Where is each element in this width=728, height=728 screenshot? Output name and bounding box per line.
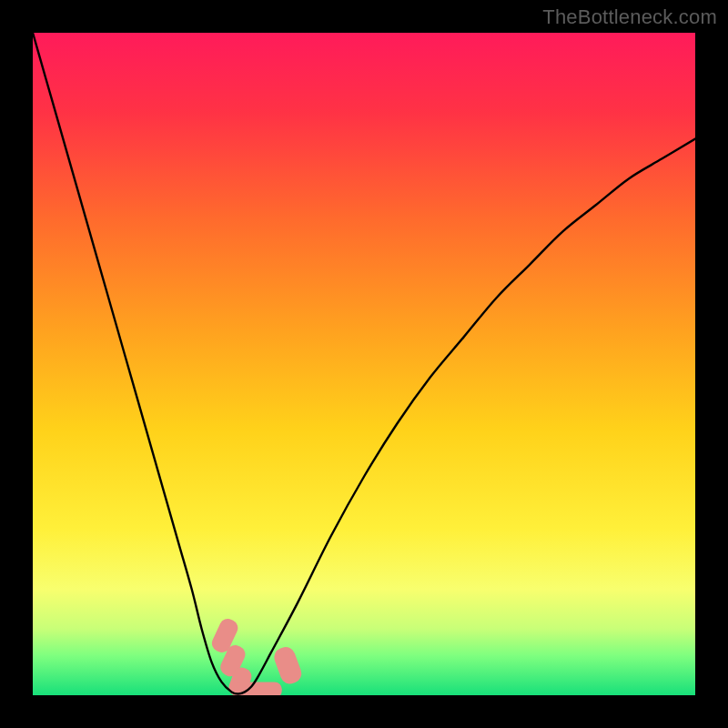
plot-area: [33, 33, 695, 695]
watermark-text: TheBottleneck.com: [542, 5, 717, 29]
chart-background: [33, 33, 695, 695]
chart-svg: [33, 33, 695, 695]
chart-frame: TheBottleneck.com: [0, 0, 728, 728]
